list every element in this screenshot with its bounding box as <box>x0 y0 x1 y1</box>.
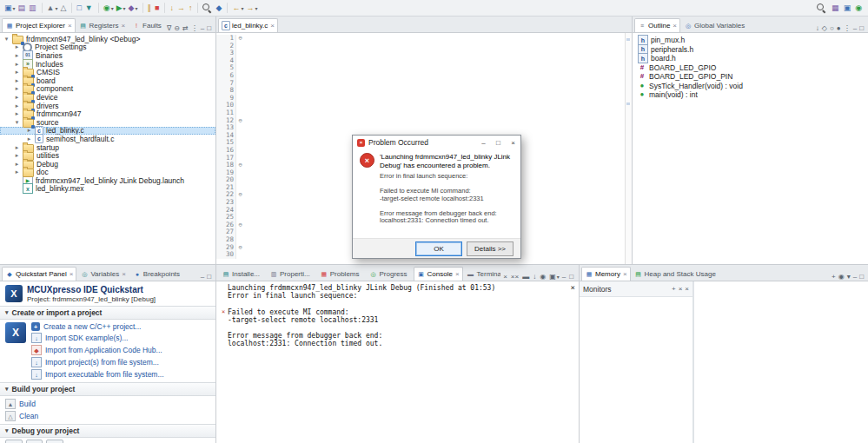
tab-problems[interactable]: ▦Problems <box>316 267 366 281</box>
fold-marker-icon[interactable] <box>236 207 244 215</box>
suspend-icon[interactable]: ∥ <box>147 2 154 14</box>
fold-marker-icon[interactable] <box>236 132 244 140</box>
remove-all-launches-icon[interactable]: ×× <box>511 274 520 281</box>
collapse-all-icon[interactable]: ⊖ <box>174 25 180 32</box>
expander-icon[interactable]: ▸ <box>14 69 20 76</box>
tree-item[interactable]: ▸ doc <box>0 169 215 177</box>
tree-item[interactable]: ▾ frdmmcxn947_led_blinky <Debug> <box>0 35 215 43</box>
hide-fields-icon[interactable]: ◇ <box>822 25 827 32</box>
minimize-view-icon[interactable]: – <box>201 274 204 281</box>
expander-icon[interactable]: ▸ <box>14 169 20 175</box>
close-tab-icon[interactable]: × <box>68 22 72 30</box>
search-icon[interactable] <box>816 3 828 13</box>
maximize-view-icon[interactable]: □ <box>207 274 211 281</box>
new-wizard-icon[interactable]: ▣▾ <box>3 2 17 14</box>
close-tab-icon[interactable]: × <box>70 270 74 278</box>
fold-marker-icon[interactable] <box>236 139 244 147</box>
fold-marker-icon[interactable] <box>236 228 244 236</box>
tree-item[interactable]: ▾ source <box>0 118 215 127</box>
fold-marker-icon[interactable] <box>236 169 244 177</box>
pin-console-icon[interactable]: ◉ <box>540 274 547 281</box>
expander-icon[interactable]: ▸ <box>14 152 20 159</box>
expander-icon[interactable]: ▸ <box>14 61 20 68</box>
expander-icon[interactable]: ▾ <box>14 119 20 126</box>
remove-all-monitors-icon[interactable]: × <box>685 286 689 293</box>
fold-marker-icon[interactable] <box>236 155 244 162</box>
minimize-view-icon[interactable]: – <box>562 274 567 281</box>
step-over-icon[interactable]: → <box>176 2 187 14</box>
fold-marker-icon[interactable] <box>236 80 244 88</box>
fold-marker-icon[interactable] <box>236 64 244 72</box>
expander-icon[interactable]: ▸ <box>14 161 20 168</box>
view-menu-icon[interactable]: ⋮ <box>844 25 851 32</box>
tree-item[interactable]: ▸ c semihost_hardfault.c <box>0 135 215 143</box>
outline-item[interactable]: ● main(void) : int <box>634 90 866 100</box>
new-memory-view-icon[interactable]: + <box>832 274 836 281</box>
section-create-import[interactable]: ▾ Create or import a project <box>0 306 215 320</box>
tree-item[interactable]: ▸ frdmmcxn947 <box>0 109 215 118</box>
outline-item[interactable]: # BOARD_LED_GPIO_PIN <box>634 72 866 82</box>
tab-outline[interactable]: ≡Outline× <box>634 18 680 32</box>
pemicro-debug-button[interactable]: ▣▾ <box>26 440 43 443</box>
new-project-wizard-icon[interactable]: X <box>5 322 26 343</box>
minimize-window-icon[interactable]: – <box>476 136 491 149</box>
hide-nonpublic-icon[interactable]: ● <box>837 25 841 32</box>
tree-item[interactable]: ▸ drivers <box>0 102 215 110</box>
remove-monitor-icon[interactable]: × <box>679 286 683 293</box>
fold-marker-icon[interactable] <box>236 214 244 222</box>
fold-marker-icon[interactable]: ⊖ <box>236 244 244 252</box>
remove-launch-icon[interactable]: × <box>571 283 575 292</box>
tab-global-variables[interactable]: ◎Global Variables <box>680 18 751 32</box>
expander-icon[interactable]: ▸ <box>26 136 32 142</box>
filter-icon[interactable]: ∇ <box>167 25 171 32</box>
maximize-view-icon[interactable]: □ <box>569 274 574 281</box>
tab-quickstart-panel[interactable]: ◆Quickstart Panel× <box>2 267 76 281</box>
fold-marker-icon[interactable] <box>236 147 244 155</box>
expander-icon[interactable]: ▸ <box>14 144 20 151</box>
maximize-window-icon[interactable]: □ <box>491 136 506 149</box>
tree-item[interactable]: ▸ startup <box>0 143 215 152</box>
outline-list[interactable]: h pin_mux.h h peripherals.h h board.h <box>633 33 868 264</box>
outline-item[interactable]: # BOARD_LED_GPIO <box>634 63 866 73</box>
expander-icon[interactable]: ▸ <box>14 102 20 109</box>
view-menu-icon[interactable]: ⋮ <box>191 25 198 32</box>
scroll-lock-icon[interactable]: ↓ <box>533 274 537 281</box>
fold-marker-icon[interactable] <box>236 43 244 50</box>
fold-marker-icon[interactable] <box>236 184 244 192</box>
open-console-icon[interactable]: ▣▾ <box>549 274 560 281</box>
step-return-icon[interactable]: ↑ <box>188 2 195 14</box>
quickstart-link[interactable]: + Create a new C/C++ project... <box>31 322 164 331</box>
minimize-view-icon[interactable]: – <box>853 25 857 32</box>
fold-marker-icon[interactable] <box>236 95 244 102</box>
fold-marker-icon[interactable] <box>236 109 244 117</box>
step-into-icon[interactable]: ↓ <box>169 2 176 14</box>
clean-icon[interactable]: △ <box>60 2 69 14</box>
quickstart-link[interactable]: ↓ Import SDK example(s)... <box>31 333 164 343</box>
outline-item[interactable]: h board.h <box>634 54 866 63</box>
quickstart-link[interactable]: △ Clean <box>5 411 38 421</box>
minimize-view-icon[interactable]: – <box>201 25 204 32</box>
maximize-view-icon[interactable]: □ <box>207 25 211 32</box>
tree-item[interactable]: ▸ utilities <box>0 151 215 160</box>
close-tab-icon[interactable]: × <box>623 270 627 278</box>
tab-variables[interactable]: ◎Variables× <box>76 267 129 281</box>
tab-console[interactable]: ▣Console× <box>414 267 463 281</box>
maximize-view-icon[interactable]: □ <box>859 274 864 281</box>
tab-terminal[interactable]: ▬Terminal <box>463 267 501 281</box>
sdk-import-icon[interactable]: ▼ <box>84 2 95 14</box>
run-icon[interactable]: ▶▾ <box>116 2 127 14</box>
tab-project-explorer[interactable]: ▦Project Explorer× <box>2 18 76 32</box>
console-output[interactable]: × Launching frdmmcxn947_led_blinky JLink… <box>216 281 579 443</box>
expander-icon[interactable]: ▸ <box>14 77 20 84</box>
tab-breakpoints[interactable]: ●Breakpoints <box>129 267 186 281</box>
fold-marker-icon[interactable]: ⊖ <box>236 35 244 43</box>
expander-icon[interactable]: ▸ <box>14 110 20 117</box>
tree-item[interactable]: ▸ device <box>0 93 215 102</box>
close-window-icon[interactable]: × <box>506 136 520 149</box>
pin-memory-icon[interactable]: ◉ <box>838 274 845 281</box>
tab-led-blinky-c[interactable]: cled_blinky.c× <box>218 18 278 32</box>
tree-item[interactable]: ▸ component <box>0 85 215 94</box>
layout-menu-icon[interactable]: ▾ <box>847 274 851 281</box>
outline-item[interactable]: ● SysTick_Handler(void) : void <box>634 82 866 91</box>
minimize-view-icon[interactable]: – <box>853 274 857 281</box>
